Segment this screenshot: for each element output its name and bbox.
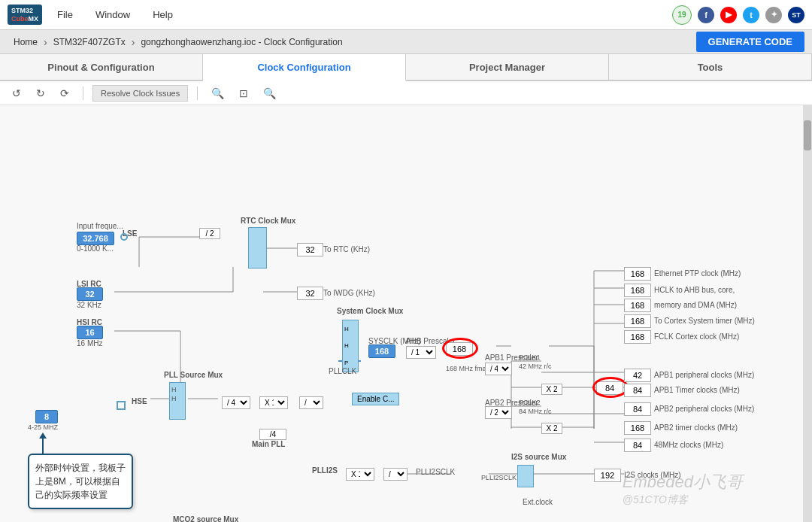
lsi-freq-label: 32 KHz [77,301,102,309]
system-clock-mux-label: System Clock Mux [337,307,403,315]
lse-circle [120,233,128,241]
fclk-cortex-val: 168 [624,330,651,344]
apb1-timer-red-circle [592,377,629,398]
plli2s-label: PLLI2S [312,466,338,475]
rtc-out-val: 32 [297,243,323,256]
hclk-ahb-val: 168 [624,284,651,297]
tab-project[interactable]: Project Manager [406,54,609,80]
scrollbar[interactable] [803,105,812,522]
resolve-clock-button[interactable]: Resolve Clock Issues [92,85,188,102]
apb2-timer-val: 168 [624,421,651,435]
48mhz-label: 48MHz clocks (MHz) [654,441,723,449]
hse-circle [117,401,126,410]
breadcrumb-device[interactable]: STM32F407ZGTx [47,37,132,47]
plli2s-n-select[interactable]: X 1... [346,468,374,481]
i2s-mux-box[interactable] [517,465,534,487]
apb2-peripheral-label: APB2 peripheral clocks (MHz) [654,405,754,413]
mco2-source-mux-label: MCO2 source Mux [173,515,238,522]
plli2sclk-arrow: PLLI2SCLK [481,474,517,481]
hsi-freq-label: 16 MHz [77,339,102,347]
hse-input-value[interactable]: 8 [35,410,58,423]
breadcrumb-home[interactable]: Home [8,37,44,47]
ext-clock-label: Ext.clock [523,498,553,506]
to-rtc-label: To RTC (KHz) [323,245,370,253]
annotation-text: 外部时钟设置，我板子上是8M，可以根据自己的实际频率设置 [35,461,126,502]
fit-button[interactable]: ⊡ [235,86,253,101]
zoom-in-button[interactable]: 🔍 [207,86,229,101]
redo-button[interactable]: ↻ [32,86,50,101]
pll-option: P [343,360,358,366]
tab-pinout[interactable]: Pinout & Configuration [0,54,203,80]
hse-div2[interactable]: / 2 [199,228,220,239]
menu-file[interactable]: File [57,9,73,20]
freq-4-25-label: 4-25 MHZ [28,423,58,431]
apb1-peripheral-label: APB1 peripheral clocks (MHz) [654,371,754,379]
rtc-mux-box[interactable] [248,227,267,269]
pll-hse-option: H [171,395,177,402]
main-content: Input freque... 32.768 0-1000 K... LSE L… [0,105,812,522]
social-icons: 19 f ▶ t ✦ ST [672,5,804,25]
cortex-system-val: 168 [624,314,651,328]
hsi-rc-value[interactable]: 16 [77,326,103,339]
scrollbar-thumb[interactable] [804,120,811,150]
apb2-div-select[interactable]: / 2 [485,406,512,419]
pll-q-div: /4 [259,429,286,440]
apb2-peripheral-val: 84 [624,402,651,416]
ahb-div-select[interactable]: / 1 [406,346,436,359]
facebook-icon[interactable]: f [698,7,714,23]
apb1-timer-out-val: 84 [624,384,651,397]
pll-n-select[interactable]: X 1... [259,396,288,409]
fmax-label: 168 MHz fmax [446,365,489,372]
zoom-out-button[interactable]: 🔍 [259,86,280,101]
twitter-icon[interactable]: t [743,7,759,23]
apb1-div-select[interactable]: / 4 [485,363,512,375]
input-freq-value[interactable]: 32.768 [77,232,114,245]
enable-c-button[interactable]: Enable C... [352,393,399,405]
toolbar: ↺ ↻ ⟳ Resolve Clock Issues 🔍 ⊡ 🔍 [0,81,812,105]
pll-m-select[interactable]: / 4 [222,396,250,409]
breadcrumb-file: gongzhonghaowenzhang.ioc - Clock Configu… [135,37,348,47]
apb2-timer-label: APB2 timer clocks (MHz) [654,423,738,432]
plli2s-r-select[interactable]: / 2 [383,468,408,481]
rtc-clock-mux-label: RTC Clock Mux [241,217,295,225]
hsi-option: H [343,326,358,332]
apb1-timer-label: APB1 Timer clocks (MHz) [654,386,740,394]
ethernet-ptp-label: Ethernet PTP clock (MHz) [654,269,741,278]
tab-clock[interactable]: Clock Configuration [203,54,406,81]
pclk1-label: PCLK1 [519,354,541,361]
diagram-area: Input freque... 32.768 0-1000 K... LSE L… [0,105,803,522]
refresh-button[interactable]: ⟳ [56,86,74,101]
menu-bar: File Window Help [57,9,672,20]
48mhz-val: 84 [624,439,651,452]
system-mux-box[interactable]: H H P [342,320,359,372]
generate-code-button[interactable]: GENERATE CODE [696,32,804,52]
network-icon[interactable]: ✦ [765,7,782,23]
lsi-rc-value[interactable]: 32 [77,287,103,301]
stm32-logo: STM32 CubeMX [8,5,42,26]
apb1-peripheral-val: 42 [624,369,651,382]
st-icon[interactable]: ST [788,7,804,23]
apb1-x2: X 2 [541,384,562,395]
ethernet-ptp-val: 168 [624,267,651,281]
top-bar: STM32 CubeMX File Window Help 19 f ▶ t ✦… [0,0,812,30]
hclk-ahb2-label: memory and DMA (MHz) [654,301,737,309]
logo-area: STM32 CubeMX [8,5,42,26]
apb2-x2: X 2 [541,423,562,434]
menu-window[interactable]: Window [95,9,130,20]
menu-help[interactable]: Help [153,9,173,20]
hclk-ahb2-val: 168 [624,299,651,312]
pll-p-select[interactable]: / 2 [299,396,323,409]
sysclk-value[interactable]: 168 [368,344,395,358]
watermark: Embeded小飞哥 @51CTO博客 [623,471,743,507]
breadcrumb-bar: Home › STM32F407ZGTx › gongzhonghaowenzh… [0,30,812,54]
svg-marker-40 [39,432,47,439]
hse-option: H [343,342,358,349]
fclk-cortex-label: FCLK Cortex clock (MHz) [654,332,739,341]
youtube-icon[interactable]: ▶ [720,7,737,23]
version-badge: 19 [672,5,692,25]
tab-tools[interactable]: Tools [609,54,812,80]
annotation-box: 外部时钟设置，我板子上是8M，可以根据自己的实际频率设置 [28,454,133,509]
pll-source-mux-label: PLL Source Mux [164,371,223,379]
undo-button[interactable]: ↺ [8,86,26,101]
main-pll-label: Main PLL [252,440,285,448]
